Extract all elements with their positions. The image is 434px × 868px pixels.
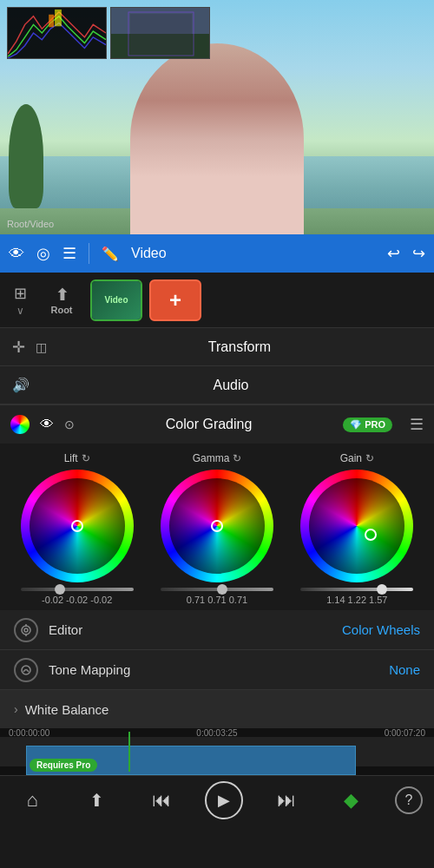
svg-rect-1: [55, 10, 62, 26]
lift-slider-thumb: [55, 584, 65, 595]
eye-cg-icon[interactable]: 👁: [40, 417, 54, 432]
gain-slider-row: 1.14 1.22 1.57: [300, 588, 413, 605]
video-bg-tree: [9, 104, 43, 208]
help-button[interactable]: ?: [395, 786, 423, 814]
transform-label: Transform: [57, 339, 422, 355]
tone-mapping-label: Tone Mapping: [49, 662, 389, 677]
gain-values: 1.14 1.22 1.57: [326, 595, 387, 605]
home-icon: ⌂: [26, 789, 37, 812]
svg-point-8: [22, 626, 30, 635]
color-grading-header: 👁 ⊙ Color Grading 💎 PRO ☰: [0, 405, 434, 444]
gain-slider[interactable]: [300, 588, 413, 591]
top-toolbar: 👁 ◎ ☰ ✏️ Video ↩ ↪: [0, 234, 434, 273]
requires-pro-badge: Requires Pro: [30, 759, 97, 772]
toolbar-title: Video: [131, 246, 375, 261]
video-clip[interactable]: Video: [90, 279, 142, 321]
gamma-slider-row: 0.71 0.71 0.71: [161, 588, 273, 605]
gain-slider-thumb: [377, 584, 387, 595]
histogram-waveform: [7, 7, 107, 59]
histogram-preview-thumb: [110, 7, 210, 59]
adjust-icon[interactable]: ⊙: [64, 418, 75, 431]
pro-badge: 💎 PRO: [343, 418, 392, 432]
share-icon: ⬆: [89, 790, 104, 811]
gamma-values: 0.71 0.71 0.71: [187, 595, 247, 605]
prev-frame-button[interactable]: ⏮: [141, 779, 182, 821]
help-icon: ?: [404, 792, 412, 808]
undo-button[interactable]: ↩: [387, 244, 400, 263]
gain-color-wheel[interactable]: [300, 470, 413, 582]
white-balance-row[interactable]: › White Balance: [0, 690, 434, 728]
gain-wheel-inner: [309, 478, 404, 574]
tone-mapping-row[interactable]: Tone Mapping None: [0, 650, 434, 690]
editor-icon: [14, 618, 38, 642]
gain-cursor: [365, 529, 377, 541]
gamma-reset-icon[interactable]: ↻: [233, 452, 241, 464]
circle-target-icon[interactable]: ◎: [36, 244, 50, 263]
gamma-color-wheel[interactable]: [161, 470, 273, 582]
gamma-slider-thumb: [217, 584, 227, 595]
add-clip-button[interactable]: +: [149, 279, 201, 321]
next-frame-button[interactable]: ⏭: [266, 779, 307, 821]
color-grading-panel: 👁 ⊙ Color Grading 💎 PRO ☰ Lift ↻: [0, 404, 434, 610]
color-wheels-row: Lift ↻ -0.02 -0.02 -0.02 Gamma ↻: [0, 444, 434, 610]
gamma-slider[interactable]: [161, 588, 273, 591]
layers-icon[interactable]: ⊞: [14, 284, 27, 303]
editor-value: Color Wheels: [342, 622, 420, 637]
gain-wheel-container: Gain ↻ 1.14 1.22 1.57: [292, 452, 422, 605]
audio-label: Audio: [40, 378, 422, 393]
track-area: ⊞ ∨ ⬆ Root Video +: [0, 273, 434, 328]
play-icon: ▶: [218, 791, 230, 810]
video-preview: Root/Video: [0, 0, 434, 234]
lift-center-cursor: [71, 520, 83, 532]
gamma-center-cursor: [211, 520, 223, 532]
white-balance-label: White Balance: [25, 702, 109, 717]
color-wheel-icon[interactable]: [10, 415, 30, 434]
share-button[interactable]: ⬆: [76, 779, 117, 821]
histogram-container: [7, 7, 210, 59]
copy-icon: ◫: [36, 340, 47, 354]
eye-icon[interactable]: 👁: [9, 245, 24, 263]
clip-thumbnail: Video: [92, 281, 141, 319]
lift-wheel-container: Lift ↻ -0.02 -0.02 -0.02: [12, 452, 142, 605]
lift-reset-icon[interactable]: ↻: [82, 452, 90, 464]
bottom-navbar: ⌂ ⬆ ⏮ ▶ ⏭ ◆ ?: [0, 775, 434, 824]
tone-mapping-value: None: [389, 662, 420, 677]
lift-color-wheel[interactable]: [21, 470, 134, 582]
toolbar-right-actions: ↩ ↪: [387, 244, 425, 263]
gamma-wheel-container: Gamma ↻ 0.71 0.71 0.71: [152, 452, 282, 605]
gain-label: Gain ↻: [340, 452, 374, 464]
track-controls: ⊞ ∨: [7, 284, 33, 317]
svg-point-9: [24, 628, 28, 632]
prev-icon: ⏮: [152, 789, 171, 812]
home-button[interactable]: ⌂: [11, 779, 53, 821]
diamond-button[interactable]: ◆: [331, 779, 372, 821]
gain-reset-icon[interactable]: ↻: [365, 452, 374, 464]
timeline-playhead: [128, 732, 130, 772]
editor-row[interactable]: Editor Color Wheels: [0, 610, 434, 650]
next-icon: ⏭: [277, 789, 296, 812]
svg-rect-7: [130, 14, 192, 54]
menu-icon[interactable]: ☰: [62, 244, 76, 263]
lift-slider[interactable]: [21, 588, 134, 591]
wb-expand-arrow[interactable]: ›: [14, 702, 18, 716]
video-bg-figure: [130, 43, 304, 234]
timeline-area[interactable]: 0:00:00:00 0:00:03:25 0:00:07:20 Require…: [0, 728, 434, 775]
audio-row[interactable]: 🔊 Audio: [0, 366, 434, 404]
play-button[interactable]: ▶: [205, 781, 243, 819]
audio-icon: 🔊: [12, 377, 30, 393]
video-path-label: Root/Video: [7, 219, 54, 229]
expand-icon[interactable]: ∨: [16, 305, 24, 317]
pencil-icon[interactable]: ✏️: [102, 246, 119, 262]
transform-row[interactable]: ✛ ◫ Transform: [0, 328, 434, 366]
lift-values: -0.02 -0.02 -0.02: [42, 595, 112, 605]
lift-label: Lift ↻: [64, 452, 90, 464]
toolbar-divider: [89, 243, 89, 264]
svg-rect-2: [49, 15, 54, 28]
panel-menu-icon[interactable]: ☰: [410, 415, 424, 434]
tone-mapping-icon: [14, 658, 38, 682]
gamma-label: Gamma ↻: [193, 452, 242, 464]
redo-button[interactable]: ↪: [412, 244, 425, 263]
white-balance-left: › White Balance: [14, 702, 108, 717]
root-track-label: ⬆ Root: [40, 279, 83, 321]
editor-label: Editor: [49, 622, 342, 637]
